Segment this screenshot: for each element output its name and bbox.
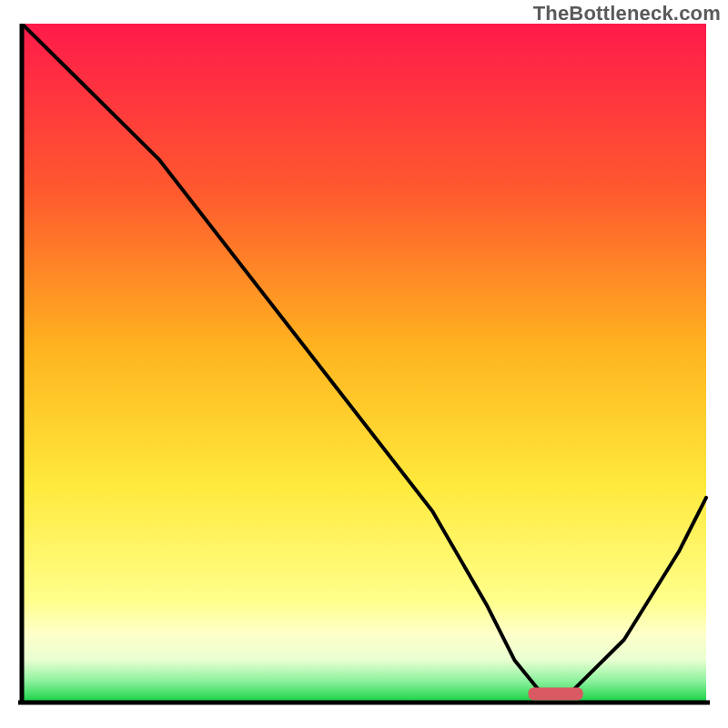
watermark-text: TheBottleneck.com	[533, 2, 721, 25]
optimal-marker	[529, 688, 583, 701]
plot-area	[18, 24, 710, 708]
chart-frame: TheBottleneck.com	[0, 0, 728, 728]
plot-svg	[18, 24, 710, 708]
